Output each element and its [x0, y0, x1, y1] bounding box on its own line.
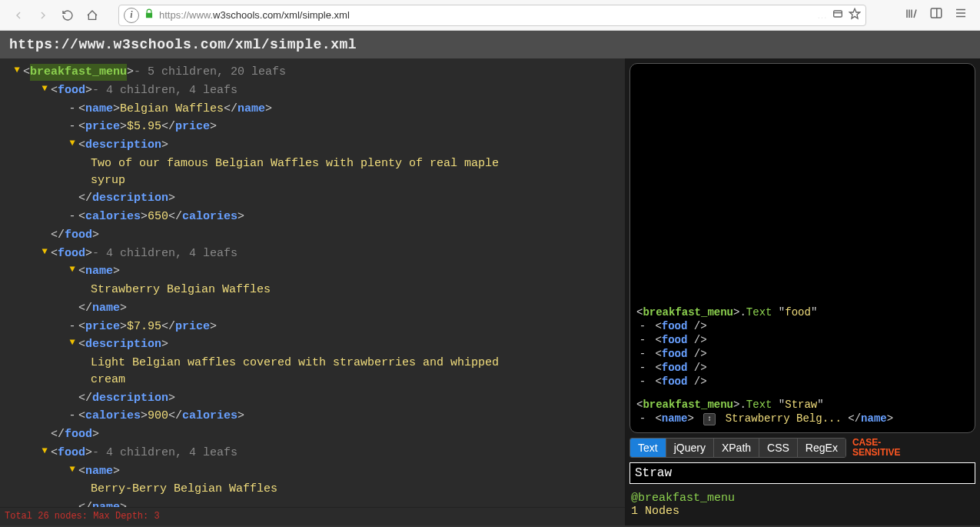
shield-icon[interactable]	[832, 8, 844, 22]
toggle-icon[interactable]: ▼	[38, 245, 51, 258]
search-input[interactable]	[630, 462, 975, 484]
tag-food: food	[58, 82, 85, 99]
tab-css[interactable]: CSS	[759, 439, 798, 457]
sidebar-icon[interactable]	[929, 6, 943, 24]
toggle-icon[interactable]: ▼	[66, 463, 78, 476]
ellipsis-icon[interactable]: …	[817, 9, 827, 21]
lock-icon	[144, 8, 154, 22]
tab-jquery[interactable]: jQuery	[666, 439, 714, 457]
toggle-icon[interactable]: ▼	[66, 263, 78, 276]
result-header: <breakfast_menu>.Text "food"	[636, 305, 968, 319]
tag-description: description	[85, 137, 161, 154]
back-button[interactable]	[8, 5, 29, 26]
page-title: https://www.w3schools.com/xml/simple.xml	[0, 31, 980, 58]
tab-text[interactable]: Text	[630, 439, 666, 457]
right-icons	[905, 6, 968, 24]
tag-root: breakfast_menu	[30, 64, 127, 81]
results-box: <breakfast_menu>.Text "food" - <food />-…	[630, 63, 975, 433]
node-count: @breakfast_menu 1 Nodes	[630, 489, 975, 521]
tag-calories: calories	[85, 208, 141, 225]
toggle-icon[interactable]: ▼	[66, 336, 78, 349]
tag-name: name	[85, 101, 113, 118]
tag-description: description	[85, 336, 161, 353]
result-item[interactable]: - <food />	[636, 361, 968, 375]
forward-button[interactable]	[32, 5, 54, 26]
svg-rect-0	[834, 11, 842, 17]
xml-tree-panel: ▼ <breakfast_menu> - 5 children, 20 leaf…	[0, 58, 625, 525]
toggle-icon[interactable]: ▼	[38, 82, 51, 95]
tab-regex[interactable]: RegEx	[798, 439, 845, 457]
home-button[interactable]	[81, 5, 103, 26]
library-icon[interactable]	[905, 6, 919, 24]
search-panel: <breakfast_menu>.Text "food" - <food />-…	[625, 58, 980, 525]
status-footer: Total 26 nodes: Max Depth: 3	[0, 507, 625, 525]
nav-buttons	[8, 5, 103, 26]
url-text: https://www.w3schools.com/xml/simple.xml	[159, 9, 812, 21]
case-sensitive-label[interactable]: CASE-SENSITIVE	[852, 438, 901, 458]
result-item[interactable]: - <name> ↕ Strawberry Belg... </name>	[636, 412, 968, 425]
menu-icon[interactable]	[954, 6, 968, 24]
tag-food: food	[58, 445, 85, 462]
info-icon[interactable]: i	[124, 8, 139, 23]
url-bar[interactable]: i https://www.w3schools.com/xml/simple.x…	[118, 5, 866, 26]
reload-button[interactable]	[57, 5, 78, 26]
toggle-icon[interactable]: ▼	[11, 64, 23, 77]
tag-price: price	[85, 319, 120, 335]
tag-calories: calories	[85, 408, 141, 425]
tag-name: name	[85, 463, 113, 480]
result-item[interactable]: - <food />	[636, 375, 968, 389]
result-item[interactable]: - <food />	[636, 347, 968, 361]
result-header: <breakfast_menu>.Text "Straw"	[636, 398, 968, 412]
tag-name: name	[85, 263, 113, 280]
tag-price: price	[85, 118, 120, 135]
result-item[interactable]: - <food />	[636, 333, 968, 347]
toggle-icon[interactable]: ▼	[66, 137, 78, 150]
tab-xpath[interactable]: XPath	[714, 439, 759, 457]
tag-food: food	[58, 245, 85, 262]
toggle-icon[interactable]: ▼	[38, 445, 51, 458]
browser-toolbar: i https://www.w3schools.com/xml/simple.x…	[0, 0, 980, 31]
star-icon[interactable]	[849, 8, 861, 22]
match-icon: ↕	[703, 413, 716, 425]
search-tabs: TextjQueryXPathCSSRegEx	[630, 438, 846, 458]
result-item[interactable]: - <food />	[636, 319, 968, 333]
